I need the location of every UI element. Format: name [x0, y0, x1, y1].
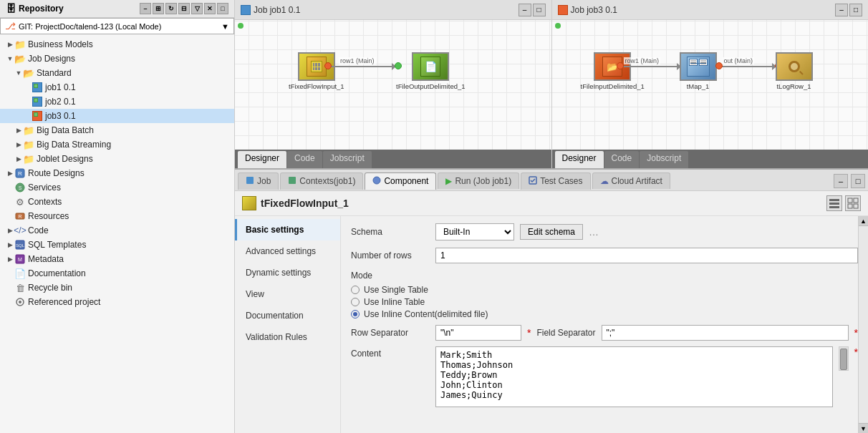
sidebar-item-resources[interactable]: R Resources — [0, 209, 234, 223]
settings-nav-validation[interactable]: Validation Rules — [235, 326, 340, 348]
tFileOutputDelimited-label: tFileOutputDelimited_1 — [396, 82, 466, 90]
row-separator-label: Row Separator — [351, 328, 430, 338]
cloud-artifact-tab-icon: ☁ — [600, 176, 609, 186]
chevron-right-icon: ▶ — [14, 126, 23, 135]
radio-inline-content-label: Use Inline Content(delimited file) — [364, 309, 488, 319]
separator-row: Row Separator * Field Separator * — [351, 325, 858, 341]
sidebar-item-joblet-designs[interactable]: ▶ 📁 Joblet Designs — [0, 152, 234, 166]
radio-inline-content[interactable]: Use Inline Content(delimited file) — [351, 309, 858, 319]
settings-nav-basic[interactable]: Basic settings — [235, 219, 340, 240]
sidebar-item-services[interactable]: S Services — [0, 180, 234, 195]
sidebar-item-documentation[interactable]: 📄 Documentation — [0, 266, 234, 281]
job1-minimize-btn[interactable]: – — [519, 4, 531, 16]
svg-text:R: R — [18, 214, 21, 219]
spacer — [6, 283, 14, 292]
gear-icon: ⚙ — [14, 196, 26, 208]
panel-minimize-btn[interactable]: – — [834, 174, 848, 188]
comp-view-list-btn[interactable] — [826, 195, 842, 211]
sidebar-expand-btn[interactable]: □ — [217, 3, 228, 14]
num-rows-input[interactable] — [435, 248, 858, 263]
tFileInputDelimited-label: tFileInputDelimited_1 — [581, 82, 645, 90]
content-scroll-thumb[interactable] — [840, 349, 847, 370]
chevron-right-icon: ▶ — [14, 155, 23, 163]
sidebar-item-route-designs[interactable]: ▶ R Route Designs — [0, 166, 234, 180]
spacer — [6, 298, 14, 306]
sidebar-item-recycle-bin[interactable]: 🗑 Recycle bin — [0, 281, 234, 295]
chevron-right-icon: ▶ — [6, 226, 14, 235]
folder-icon: 📁 — [23, 139, 34, 150]
svg-rect-18 — [829, 206, 839, 208]
job3-designer-tab[interactable]: Designer — [555, 151, 604, 168]
sidebar-item-big-data-streaming[interactable]: ▶ 📁 Big Data Streaming — [0, 137, 234, 152]
job3-minimize-btn[interactable]: – — [835, 4, 848, 16]
tFixedFlowInput-component[interactable]: tFixedFlowInput_1 — [289, 52, 344, 90]
sidebar-item-contexts[interactable]: ⚙ Contexts — [0, 195, 234, 209]
job3-maximize-btn[interactable]: □ — [849, 4, 862, 16]
settings-nav-documentation[interactable]: Documentation — [235, 305, 340, 326]
radio-single-table[interactable]: Use Single Table — [351, 285, 858, 295]
sidebar-item-job1[interactable]: job1 0.1 — [0, 80, 234, 94]
svg-rect-12 — [246, 177, 254, 184]
job3-jobscript-tab[interactable]: Jobscript — [640, 151, 688, 168]
tab-job[interactable]: Job — [238, 172, 279, 190]
comp-view-grid-btn[interactable] — [845, 195, 861, 211]
tFileOutputDelimited-component[interactable]: 📄 tFileOutputDelimited_1 — [396, 52, 466, 90]
spacer — [23, 112, 32, 120]
job3-code-tab[interactable]: Code — [604, 151, 640, 168]
sidebar-item-job3[interactable]: job3 0.1 — [0, 109, 234, 123]
scroll-down-arrow[interactable]: ▼ — [859, 423, 869, 433]
panel-right-icons: – □ — [834, 174, 865, 188]
row-separator-input[interactable] — [435, 325, 521, 341]
sidebar-item-business-models[interactable]: ▶ 📁 Business Models — [0, 37, 234, 52]
tLogRow-component[interactable]: tLogRow_1 — [776, 52, 813, 90]
tab-component[interactable]: Component — [365, 172, 436, 190]
sidebar-split-btn[interactable]: ⊞ — [153, 3, 164, 14]
tab-run[interactable]: ▶ Run (Job job1) — [438, 172, 519, 189]
job1-code-tab[interactable]: Code — [287, 151, 322, 168]
sidebar-dropdown-btn[interactable]: ⊟ — [178, 3, 190, 14]
tMap-component[interactable]: tMap_1 — [680, 52, 717, 90]
tab-contexts[interactable]: Contexts(job1) — [280, 172, 363, 190]
tab-cloud-artifact-label: Cloud Artifact — [612, 176, 662, 186]
sidebar-settings-btn[interactable]: ▽ — [191, 3, 203, 14]
sidebar-sync-btn[interactable]: ↻ — [165, 3, 177, 14]
job1-jobscript-tab[interactable]: Jobscript — [323, 151, 372, 168]
radio-inline-table[interactable]: Use Inline Table — [351, 297, 858, 307]
job1-designer-tab[interactable]: Designer — [238, 151, 286, 168]
sidebar-item-sql-templates[interactable]: ▶ SQL SQL Templates — [0, 238, 234, 252]
sidebar-tree: ▶ 📁 Business Models ▼ 📂 Job Designs ▼ 📂 … — [0, 34, 234, 433]
sidebar-item-standard[interactable]: ▼ 📂 Standard — [0, 66, 234, 80]
content-textarea[interactable]: Mark;Smith Thomas;Johnson Teddy;Brown Jo… — [435, 346, 833, 407]
tab-test-cases[interactable]: Test Cases — [521, 172, 590, 190]
tab-component-label: Component — [384, 176, 428, 186]
sidebar-item-metadata[interactable]: ▶ M Metadata — [0, 252, 234, 266]
component-panel-tabs: Job Contexts(job1) Component ▶ Run ( — [235, 170, 868, 191]
tab-job-label: Job — [257, 176, 271, 186]
field-separator-input[interactable] — [602, 325, 849, 341]
radio-single-table-btn[interactable] — [351, 286, 360, 294]
panel-maximize-btn[interactable]: □ — [851, 174, 865, 188]
schema-dropdown[interactable]: Built-In — [435, 223, 514, 240]
radio-inline-table-btn[interactable] — [351, 298, 360, 306]
svg-rect-19 — [848, 198, 852, 203]
git-dropdown-icon[interactable]: ▼ — [221, 22, 229, 31]
sidebar-close-btn[interactable]: ✕ — [204, 3, 216, 14]
tab-cloud-artifact[interactable]: ☁ Cloud Artifact — [592, 172, 670, 189]
edit-schema-btn[interactable]: Edit schema — [520, 224, 583, 240]
run-tab-icon: ▶ — [445, 176, 452, 186]
radio-inline-content-btn[interactable] — [351, 310, 360, 318]
sidebar-item-job-designs[interactable]: ▼ 📂 Job Designs — [0, 52, 234, 66]
schema-more-btn[interactable]: … — [589, 226, 599, 238]
settings-nav-advanced[interactable]: Advanced settings — [235, 240, 340, 262]
sidebar-item-job2[interactable]: job2 0.1 — [0, 94, 234, 109]
settings-nav-view[interactable]: View — [235, 283, 340, 305]
job1-maximize-btn[interactable]: □ — [533, 4, 546, 16]
radio-inline-table-label: Use Inline Table — [364, 297, 425, 307]
sidebar-minimize-btn[interactable]: – — [140, 3, 151, 14]
sidebar-item-referenced-project[interactable]: Referenced project — [0, 295, 234, 309]
scroll-up-arrow[interactable]: ▲ — [859, 216, 869, 226]
settings-nav-dynamic[interactable]: Dynamic settings — [235, 262, 340, 283]
sidebar-item-big-data-batch[interactable]: ▶ 📁 Big Data Batch — [0, 123, 234, 137]
sidebar-item-code[interactable]: ▶ </> Code — [0, 223, 234, 238]
settings-nav: Basic settings Advanced settings Dynamic… — [235, 216, 341, 433]
